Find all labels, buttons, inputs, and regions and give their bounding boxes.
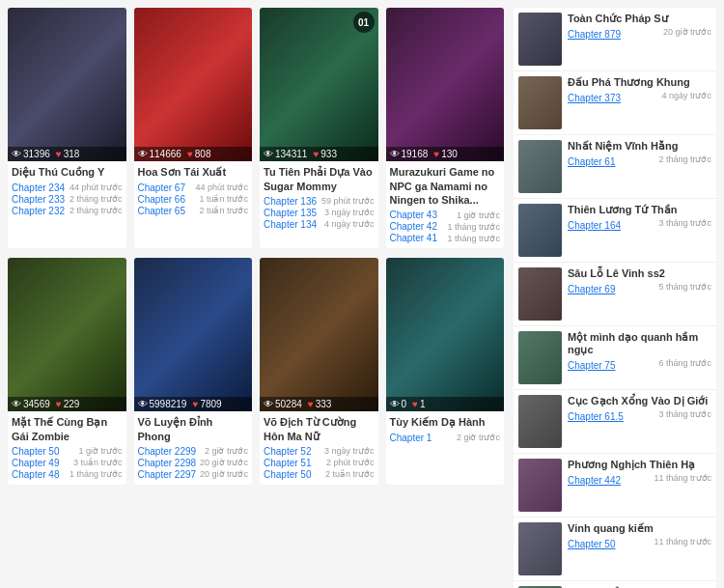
- sidebar-info: Vinh quang kiếmChapter 5011 tháng trước: [568, 522, 711, 550]
- sidebar-time: 11 tháng trước: [654, 473, 711, 483]
- sidebar-info: Phương Nghịch Thiên HạChapter 44211 thán…: [568, 459, 711, 487]
- sidebar-chapter-link[interactable]: Chapter 61: [568, 156, 615, 167]
- manga-title[interactable]: Diệu Thú Cuồng Y: [12, 165, 123, 179]
- sidebar-item[interactable]: Cục Gạch Xổng Vào Dị GiớiChapter 61.53 t…: [514, 390, 716, 454]
- view-count: 19168: [390, 149, 429, 159]
- manga-thumb[interactable]: 50284333: [260, 258, 378, 411]
- manga-info: Murazukuri Game no NPC ga Namami no Ning…: [386, 161, 505, 248]
- manga-cover-image: [8, 8, 126, 161]
- sidebar-time: 2 tháng trước: [658, 154, 711, 164]
- manga-title[interactable]: Tùy Kiếm Dạ Hành: [390, 415, 501, 429]
- chapter-item: Chapter 481 tháng trước: [12, 469, 123, 480]
- chapter-item: Chapter 12 giờ trước: [390, 433, 501, 443]
- manga-thumb[interactable]: 19168130: [386, 8, 505, 161]
- sidebar-chapter-link[interactable]: Chapter 373: [568, 93, 621, 103]
- chapter-item: Chapter 523 ngày trước: [264, 446, 375, 457]
- eye-icon: [390, 149, 400, 159]
- chapter-item: Chapter 229820 giờ trước: [138, 458, 249, 468]
- chapter-item: Chapter 493 tuần trước: [12, 458, 123, 468]
- sidebar-item[interactable]: Nhất Niệm Vĩnh HằngChapter 612 tháng trư…: [514, 135, 716, 199]
- sidebar-chapter-link[interactable]: Chapter 75: [568, 360, 615, 371]
- sidebar-item[interactable]: Một mình dạo quanh hầm ngụcChapter 756 t…: [514, 326, 716, 390]
- manga-cover-image: [8, 258, 126, 411]
- sidebar-title: Đấu Phá Thương Khung: [568, 76, 711, 89]
- sidebar-item[interactable]: Toàn Chức Pháp SưChapter 87920 giờ trước: [514, 8, 716, 71]
- manga-stats: 50284333: [260, 397, 378, 411]
- manga-thumb[interactable]: 34569229: [8, 258, 126, 411]
- chapter-time: 1 tuần trước: [199, 194, 248, 204]
- chapter-link[interactable]: Chapter 41: [390, 233, 437, 243]
- chapter-item: Chapter 13659 phút trước: [264, 196, 375, 207]
- sidebar-title: Nhất Niệm Vĩnh Hằng: [568, 140, 711, 153]
- sidebar-item[interactable]: Đấu Phá Thương KhungChapter 3734 ngày tr…: [514, 71, 716, 135]
- manga-title[interactable]: Võ Địch Từ Cường Hôn Ma Nữ: [264, 415, 375, 443]
- sidebar-chapter-link[interactable]: Chapter 442: [568, 475, 621, 486]
- manga-title[interactable]: Võ Luyện Đỉnh Phong: [138, 415, 249, 443]
- sidebar-chapter-link[interactable]: Chapter 50: [568, 539, 615, 549]
- sidebar-time: 4 ngày trước: [661, 91, 711, 100]
- sidebar-item[interactable]: Nghich LầnChapter 1501 năm trước: [514, 581, 716, 588]
- chapter-link[interactable]: Chapter 65: [138, 206, 185, 216]
- heart-icon: [308, 399, 314, 409]
- chapter-time: 1 giờ trước: [78, 446, 122, 456]
- view-count: 114666: [138, 149, 181, 159]
- chapter-link[interactable]: Chapter 2297: [138, 469, 197, 480]
- eye-icon: [264, 399, 273, 409]
- chapter-item: Chapter 502 tuần trước: [264, 469, 375, 480]
- chapter-time: 2 giờ trước: [205, 446, 248, 456]
- manga-title[interactable]: Hoa Sơn Tái Xuất: [138, 165, 249, 179]
- chapter-link[interactable]: Chapter 43: [390, 210, 437, 220]
- sidebar-chapter-link[interactable]: Chapter 61.5: [568, 411, 624, 422]
- manga-thumb[interactable]: 114666808: [134, 8, 253, 161]
- chapter-link[interactable]: Chapter 135: [264, 208, 317, 218]
- sidebar-item[interactable]: Thiên Lương Tứ ThầnChapter 1643 tháng tr…: [514, 199, 716, 263]
- sidebar-title: Toàn Chức Pháp Sư: [568, 13, 711, 25]
- chapter-link[interactable]: Chapter 2299: [138, 446, 197, 457]
- chapter-link[interactable]: Chapter 67: [138, 182, 185, 193]
- chapter-link[interactable]: Chapter 48: [12, 469, 59, 480]
- manga-stats: 31396318: [8, 147, 126, 161]
- view-count: 34569: [12, 399, 50, 409]
- manga-stats: 01: [386, 397, 505, 411]
- sidebar-item[interactable]: Phương Nghịch Thiên HạChapter 44211 thán…: [514, 454, 716, 518]
- chapter-item: Chapter 431 giờ trước: [390, 210, 501, 220]
- sidebar-chapter-link[interactable]: Chapter 879: [568, 29, 621, 40]
- chapter-time: 1 giờ trước: [457, 210, 500, 220]
- chapter-link[interactable]: Chapter 136: [264, 196, 317, 207]
- chapter-link[interactable]: Chapter 233: [12, 194, 65, 205]
- manga-title[interactable]: Tu Tiên Phải Dựa Vào Sugar Mommy: [264, 165, 375, 193]
- like-count: 1: [412, 399, 426, 409]
- chapter-link[interactable]: Chapter 51: [264, 458, 311, 468]
- eye-icon: [138, 149, 148, 159]
- manga-thumb[interactable]: 31396318: [8, 8, 126, 161]
- manga-thumb[interactable]: 01: [386, 258, 505, 411]
- chapter-time: 2 phút trước: [326, 458, 375, 467]
- chapter-time: 44 phút trước: [195, 182, 248, 192]
- manga-thumb[interactable]: 59982197809: [134, 258, 253, 411]
- chapter-link[interactable]: Chapter 134: [264, 219, 317, 230]
- chapter-time: 20 giờ trước: [200, 458, 248, 467]
- manga-thumb[interactable]: 01134311933: [260, 8, 378, 161]
- manga-grid-row1: 31396318Diệu Thú Cuồng YChapter 23444 ph…: [8, 8, 504, 248]
- sidebar-title: Vinh quang kiếm: [568, 522, 711, 535]
- chapter-link[interactable]: Chapter 1: [390, 433, 432, 443]
- chapter-item: Chapter 652 tuần trước: [138, 206, 249, 216]
- chapter-link[interactable]: Chapter 49: [12, 458, 59, 468]
- chapter-link[interactable]: Chapter 2298: [138, 458, 197, 468]
- chapter-link[interactable]: Chapter 50: [12, 446, 59, 457]
- chapter-link[interactable]: Chapter 66: [138, 194, 185, 205]
- chapter-link[interactable]: Chapter 232: [12, 206, 65, 216]
- sidebar-item[interactable]: Vinh quang kiếmChapter 5011 tháng trước: [514, 518, 716, 581]
- chapter-link[interactable]: Chapter 234: [12, 182, 65, 193]
- chapter-link[interactable]: Chapter 52: [264, 446, 311, 457]
- sidebar-chapter-link[interactable]: Chapter 164: [568, 220, 621, 231]
- sidebar-chapter-row: Chapter 87920 giờ trước: [568, 27, 711, 41]
- sidebar-chapter-link[interactable]: Chapter 69: [568, 284, 615, 294]
- manga-stats: 134311933: [260, 147, 378, 161]
- sidebar-item[interactable]: Sâu Lỗ Lê Vinh ss2Chapter 695 tháng trướ…: [514, 263, 716, 326]
- manga-title[interactable]: Mặt Thế Cùng Bạn Gái Zombie: [12, 415, 123, 443]
- manga-title[interactable]: Murazukuri Game no NPC ga Namami no Ning…: [390, 165, 501, 207]
- chapter-link[interactable]: Chapter 50: [264, 469, 311, 480]
- chapter-link[interactable]: Chapter 42: [390, 221, 437, 232]
- sidebar-thumb: [518, 459, 562, 512]
